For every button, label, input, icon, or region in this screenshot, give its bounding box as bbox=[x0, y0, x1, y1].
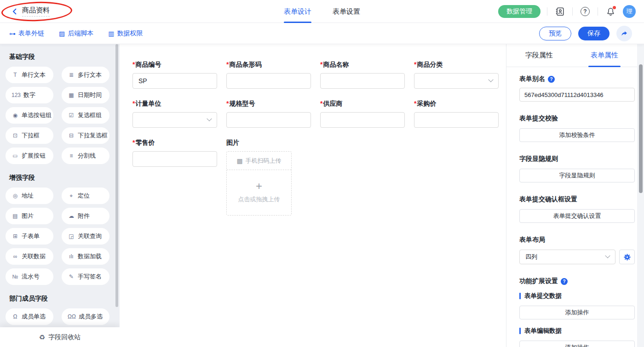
chevron-down-icon bbox=[207, 116, 212, 121]
field-visibility-button[interactable]: 字段显隐规则 bbox=[519, 169, 635, 182]
palette-multi-line-text[interactable]: ≣多行文本 bbox=[62, 67, 109, 83]
palette-signature[interactable]: ✎手写签名 bbox=[62, 268, 109, 285]
notification-bell-icon[interactable] bbox=[604, 6, 616, 17]
app-header: 商品资料 表单设计 表单设置 数据管理 ? 理 bbox=[0, 0, 644, 23]
data-permission-button[interactable]: ▥ 数据权限 bbox=[108, 29, 143, 38]
backend-script-icon: ▨ bbox=[59, 30, 65, 37]
canvas-field-purchase-price[interactable]: *采购价 bbox=[414, 100, 499, 128]
divider bbox=[547, 7, 547, 16]
barcode-input[interactable] bbox=[226, 73, 311, 89]
preview-button[interactable]: 预览 bbox=[539, 27, 571, 40]
help-icon[interactable]: ? bbox=[579, 6, 591, 17]
palette-multi-select[interactable]: ⊟下拉复选框 bbox=[62, 127, 109, 144]
member-multi-icon: ΩΩ bbox=[68, 313, 76, 320]
palette-subform[interactable]: ⊞子表单 bbox=[6, 228, 53, 245]
tab-form-design[interactable]: 表单设计 bbox=[284, 0, 311, 23]
canvas-field-unit[interactable]: *计量单位 bbox=[132, 100, 217, 128]
data-load-icon: ılı bbox=[68, 253, 75, 260]
edit-data-add-action-button[interactable]: 添加操作 bbox=[519, 341, 635, 347]
canvas-field-image-upload[interactable]: 图片 ▩ 手机扫码上传 + 点击或拖拽上传 bbox=[226, 139, 311, 216]
product-name-input[interactable] bbox=[320, 73, 405, 89]
qr-code-icon: ▩ bbox=[236, 157, 242, 165]
divider bbox=[572, 7, 573, 16]
tab-field-properties[interactable]: 字段属性 bbox=[506, 44, 572, 67]
form-alias-input[interactable]: 567ed45300d71112d4013346 bbox=[519, 88, 635, 102]
avatar[interactable]: 理 bbox=[623, 5, 636, 18]
form-layout-label: 表单布局 bbox=[519, 236, 635, 244]
tab-form-properties[interactable]: 表单属性 bbox=[572, 44, 637, 67]
subform-icon: ⊞ bbox=[12, 233, 19, 239]
form-external-link-button[interactable]: ⊶ 表单外链 bbox=[9, 29, 44, 38]
palette-relation-data[interactable]: ∞关联数据 bbox=[6, 248, 53, 265]
submit-data-add-action-button[interactable]: 添加操作 bbox=[519, 306, 635, 319]
submit-confirm-button[interactable]: 表单提交确认设置 bbox=[519, 209, 635, 223]
address-book-icon[interactable] bbox=[554, 6, 566, 17]
scan-upload-button[interactable]: ▩ 手机扫码上传 bbox=[227, 152, 291, 170]
page-title[interactable]: 商品资料 bbox=[22, 6, 50, 17]
canvas-field-barcode[interactable]: *商品条形码 bbox=[226, 61, 311, 89]
unit-select[interactable] bbox=[132, 112, 217, 128]
submit-confirm-label: 表单提交确认框设置 bbox=[519, 195, 635, 204]
canvas-field-spec-model[interactable]: *规格型号 bbox=[226, 100, 311, 128]
data-manage-button[interactable]: 数据管理 bbox=[498, 5, 540, 18]
palette-checkbox-group[interactable]: ☑复选框组 bbox=[62, 107, 109, 124]
palette-number[interactable]: 123数字 bbox=[6, 87, 53, 103]
field-recycle-bin-button[interactable]: ♻ 字段回收站 bbox=[0, 327, 120, 347]
palette-select[interactable]: ⊡下拉框 bbox=[6, 127, 53, 144]
palette-member-single[interactable]: Ω成员单选 bbox=[6, 308, 53, 325]
palette-serial-number[interactable]: №流水号 bbox=[6, 268, 53, 285]
back-button[interactable] bbox=[11, 8, 18, 15]
page-scrollbar-thumb[interactable] bbox=[639, 64, 643, 193]
data-permission-icon: ▥ bbox=[108, 30, 114, 37]
palette-single-line-text[interactable]: T单行文本 bbox=[6, 67, 53, 83]
purchase-price-input[interactable] bbox=[414, 112, 499, 128]
palette-divider-line[interactable]: ≡分割线 bbox=[62, 148, 109, 164]
chevron-down-icon bbox=[488, 77, 493, 82]
notification-dot bbox=[613, 6, 616, 9]
product-category-select[interactable] bbox=[414, 73, 499, 89]
checkbox-group-icon: ☑ bbox=[68, 112, 75, 119]
radio-group-icon: ◉ bbox=[12, 112, 19, 119]
single-line-text-icon: T bbox=[12, 72, 19, 78]
save-button[interactable]: 保存 bbox=[578, 27, 610, 40]
location-icon: ⌖ bbox=[68, 193, 75, 199]
palette-extend-button[interactable]: ▭扩展按钮 bbox=[6, 148, 53, 164]
palette-radio-group[interactable]: ◉单选按钮组 bbox=[6, 107, 53, 124]
alias-help-icon[interactable]: ? bbox=[548, 76, 555, 83]
number-icon: 123 bbox=[12, 92, 21, 98]
image-icon: ▤ bbox=[12, 213, 19, 219]
canvas-field-product-code[interactable]: *商品编号 SP bbox=[132, 61, 217, 89]
backend-script-button[interactable]: ▨ 后端脚本 bbox=[59, 29, 93, 38]
spec-model-input[interactable] bbox=[226, 112, 311, 128]
extension-help-icon[interactable]: ? bbox=[561, 278, 568, 285]
palette-address[interactable]: ◎地址 bbox=[6, 188, 53, 204]
tab-form-settings[interactable]: 表单设置 bbox=[333, 0, 360, 23]
palette-location[interactable]: ⌖定位 bbox=[62, 188, 109, 204]
palette-relation-query[interactable]: ◲关联查询 bbox=[62, 228, 109, 245]
palette-member-multi[interactable]: ΩΩ成员多选 bbox=[62, 308, 109, 325]
palette-attachment[interactable]: ☁附件 bbox=[62, 208, 109, 224]
address-icon: ◎ bbox=[12, 193, 19, 199]
share-button[interactable] bbox=[616, 26, 632, 41]
canvas-field-supplier[interactable]: *供应商 bbox=[320, 100, 405, 128]
recycle-icon: ♻ bbox=[39, 333, 45, 341]
multi-select-icon: ⊟ bbox=[68, 132, 75, 139]
section-title-enhanced-fields: 增强字段 bbox=[9, 174, 110, 182]
extend-button-icon: ▭ bbox=[12, 153, 19, 159]
sidebar-scrollbar[interactable] bbox=[115, 44, 118, 307]
canvas-field-retail-price[interactable]: *零售价 bbox=[132, 139, 217, 216]
drag-drop-upload-zone[interactable]: + 点击或拖拽上传 bbox=[227, 170, 291, 215]
product-code-input[interactable]: SP bbox=[132, 73, 217, 89]
canvas-field-product-name[interactable]: *商品名称 bbox=[320, 61, 405, 89]
layout-settings-button[interactable] bbox=[619, 250, 635, 264]
supplier-input[interactable] bbox=[320, 112, 405, 128]
palette-image[interactable]: ▤图片 bbox=[6, 208, 53, 224]
form-alias-label: 表单别名 ? bbox=[519, 75, 635, 83]
form-layout-select[interactable]: 四列 bbox=[519, 250, 615, 264]
add-validation-button[interactable]: 添加校验条件 bbox=[519, 128, 635, 142]
palette-datetime[interactable]: ▦日期时间 bbox=[62, 87, 109, 103]
retail-price-input[interactable] bbox=[132, 151, 217, 167]
canvas-field-product-category[interactable]: *商品分类 bbox=[414, 61, 499, 89]
palette-data-load[interactable]: ılı数据加载 bbox=[62, 248, 109, 265]
plus-icon: + bbox=[256, 182, 262, 191]
